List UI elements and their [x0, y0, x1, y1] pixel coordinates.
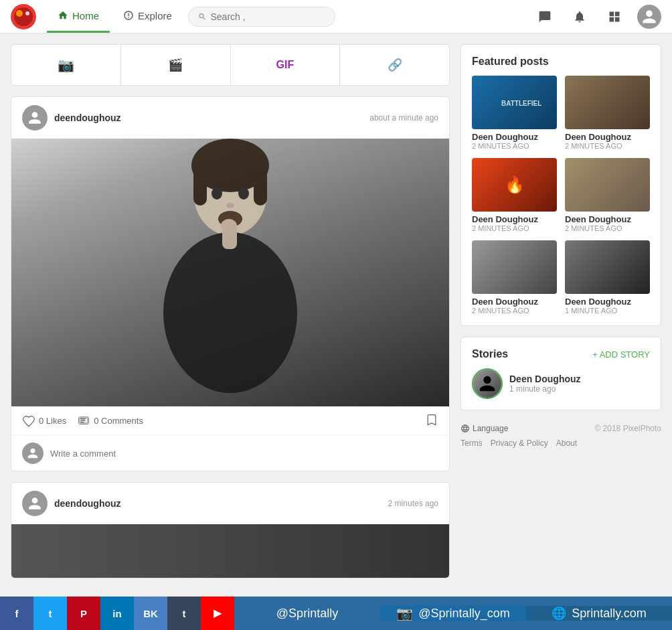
youtube-icon[interactable]: ▶ — [201, 597, 234, 600]
comment-input-1[interactable] — [50, 449, 438, 459]
commenter-avatar-1-img — [22, 443, 44, 464]
post-avatar-1 — [22, 105, 48, 131]
footer-copyright: © 2018 PixelPhoto — [594, 424, 661, 433]
post-username-1: deendoughouz — [54, 112, 121, 123]
footer-privacy[interactable]: Privacy & Policy — [491, 439, 548, 448]
search-input[interactable] — [211, 11, 325, 22]
nav-home[interactable]: Home — [47, 1, 110, 33]
svg-rect-7 — [254, 165, 267, 206]
svg-point-8 — [212, 187, 222, 200]
nav-home-label: Home — [72, 10, 99, 21]
twitter-icon[interactable]: t — [33, 597, 67, 600]
bookmark-button-1[interactable] — [425, 413, 438, 428]
story-item-1[interactable]: Deen Doughouz 1 minute ago — [472, 368, 650, 399]
featured-thumb-4 — [472, 240, 557, 294]
post-actions-1: 0 Likes 0 Comments — [11, 406, 449, 435]
featured-item-5[interactable]: Deen Doughouz 1 MINUTE AGO — [565, 240, 650, 315]
add-story-button[interactable]: + ADD STORY — [592, 349, 650, 360]
user-avatar[interactable] — [637, 5, 661, 29]
featured-grid: BATTLEFIELD V Deen Doughouz 2 MINUTES AG… — [472, 76, 650, 315]
post-avatar-2 — [22, 491, 48, 516]
featured-time-1: 2 MINUTES AGO — [565, 142, 650, 150]
featured-time-4: 2 MINUTES AGO — [472, 307, 557, 315]
featured-name-4: Deen Doughouz — [472, 297, 557, 307]
svg-point-3 — [25, 11, 29, 15]
language-button[interactable]: Language — [460, 424, 508, 433]
like-count-1: 0 Likes — [39, 416, 66, 426]
footer-about[interactable]: About — [556, 439, 577, 448]
post-header-1: deendoughouz about a minute ago — [11, 97, 449, 139]
notifications-button[interactable] — [568, 5, 592, 29]
post-time-1: about a minute ago — [369, 113, 438, 123]
svg-point-2 — [16, 10, 23, 17]
featured-item-3[interactable]: Deen Doughouz 2 MINUTES AGO — [565, 158, 650, 232]
facebook-icon[interactable]: f — [0, 597, 33, 600]
footer-terms[interactable]: Terms — [460, 439, 483, 448]
post-image-2 — [11, 524, 449, 578]
video-upload-button[interactable]: 🎬 — [121, 45, 231, 85]
featured-name-2: Deen Doughouz — [472, 214, 557, 224]
featured-time-2: 2 MINUTES AGO — [472, 224, 557, 232]
avatar-1-img — [22, 105, 48, 131]
featured-item-4[interactable]: Deen Doughouz 2 MINUTES AGO — [472, 240, 557, 315]
tumblr-icon[interactable]: t — [167, 597, 201, 600]
nav-explore-label: Explore — [138, 10, 172, 21]
camera-icon: 📷 — [58, 57, 74, 73]
featured-name-1: Deen Doughouz — [565, 132, 650, 142]
featured-item-0[interactable]: BATTLEFIELD V Deen Doughouz 2 MINUTES AG… — [472, 76, 557, 150]
svg-point-10 — [226, 203, 234, 208]
link-icon: 🔗 — [388, 58, 402, 72]
featured-name-0: Deen Doughouz — [472, 132, 557, 142]
featured-thumb-3 — [565, 158, 650, 212]
featured-item-2[interactable]: 🔥 Deen Doughouz 2 MINUTES AGO — [472, 158, 557, 232]
featured-posts-card: Featured posts BATTLEFIELD V Deen Dougho… — [460, 44, 661, 326]
svg-point-13 — [163, 232, 297, 393]
comment-button-1[interactable]: 0 Comments — [77, 414, 143, 428]
post-user-2[interactable]: deendoughouz — [22, 491, 121, 516]
post-username-2: deendoughouz — [54, 498, 121, 509]
link-upload-button[interactable]: 🔗 — [340, 45, 449, 85]
gif-upload-button[interactable]: GIF — [231, 45, 341, 85]
story-avatar-1 — [472, 368, 503, 399]
featured-name-5: Deen Doughouz — [565, 297, 650, 307]
featured-time-0: 2 MINUTES AGO — [472, 142, 557, 150]
vk-icon[interactable]: BK — [134, 597, 167, 600]
language-label: Language — [473, 424, 508, 433]
featured-title: Featured posts — [472, 56, 650, 68]
featured-item-1[interactable]: Deen Doughouz 2 MINUTES AGO — [565, 76, 650, 150]
svg-point-9 — [238, 187, 249, 200]
post-header-2: deendoughouz 2 minutes ago — [11, 483, 449, 524]
avatar-img — [637, 5, 661, 29]
social-bar: f t P in BK t ▶ @Sprintally 📷 @Sprintall… — [0, 597, 672, 600]
featured-thumb-2: 🔥 — [472, 158, 557, 212]
messages-button[interactable] — [533, 5, 557, 29]
grid-button[interactable] — [602, 5, 626, 29]
commenter-avatar-1 — [22, 443, 44, 464]
search-bar — [188, 7, 335, 27]
story-username: Deen Doughouz — [509, 374, 581, 384]
video-icon: 🎬 — [168, 58, 183, 72]
gif-icon: GIF — [276, 59, 295, 71]
language-icon — [460, 424, 470, 433]
avatar-2-img — [22, 491, 48, 516]
post-user-1[interactable]: deendoughouz — [22, 105, 121, 131]
svg-rect-6 — [193, 165, 207, 206]
like-button-1[interactable]: 0 Likes — [22, 414, 66, 428]
nav-explore[interactable]: Explore — [112, 1, 183, 33]
comment-icon — [77, 414, 90, 428]
linkedin-icon[interactable]: in — [100, 597, 134, 600]
post-image-1 — [11, 139, 449, 406]
stories-title: Stories — [472, 348, 508, 360]
stories-card: Stories + ADD STORY Deen Doughouz 1 minu… — [460, 337, 661, 410]
comment-count-1: 0 Comments — [94, 416, 143, 426]
comment-row-1 — [11, 435, 449, 471]
photo-upload-button[interactable]: 📷 — [11, 45, 121, 85]
pinterest-icon[interactable]: P — [67, 597, 100, 600]
story-time: 1 minute ago — [509, 384, 581, 394]
svg-rect-15 — [222, 222, 237, 249]
stories-header: Stories + ADD STORY — [472, 348, 650, 360]
featured-time-3: 2 MINUTES AGO — [565, 224, 650, 232]
post-card-1: deendoughouz about a minute ago — [11, 96, 450, 471]
page-layout: 📷 🎬 GIF 🔗 deendough — [0, 33, 672, 600]
post-card-2: deendoughouz 2 minutes ago — [11, 482, 450, 578]
